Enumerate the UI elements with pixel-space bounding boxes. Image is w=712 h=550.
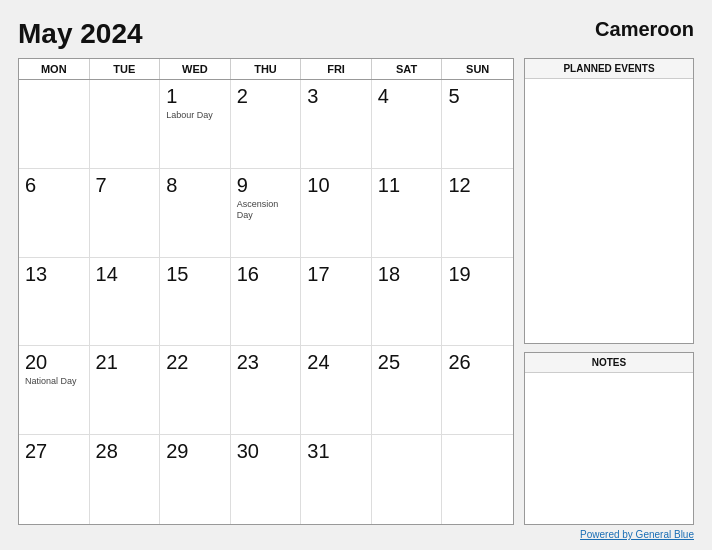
day-number: 3	[307, 84, 365, 108]
day-number: 19	[448, 262, 507, 286]
cal-cell: 29	[160, 435, 231, 524]
day-header-thu: THU	[231, 59, 302, 79]
sidebar: PLANNED EVENTS NOTES	[524, 58, 694, 525]
cal-cell: 4	[372, 80, 443, 169]
cal-cell: 9Ascension Day	[231, 169, 302, 258]
cal-cell: 3	[301, 80, 372, 169]
day-header-sat: SAT	[372, 59, 443, 79]
cal-cell: 31	[301, 435, 372, 524]
day-number: 28	[96, 439, 154, 463]
cal-cell: 10	[301, 169, 372, 258]
day-number: 15	[166, 262, 224, 286]
day-number: 14	[96, 262, 154, 286]
day-number: 29	[166, 439, 224, 463]
day-number: 7	[96, 173, 154, 197]
cal-cell: 27	[19, 435, 90, 524]
day-header-tue: TUE	[90, 59, 161, 79]
day-number: 13	[25, 262, 83, 286]
powered-by-link[interactable]: Powered by General Blue	[580, 529, 694, 540]
day-number: 9	[237, 173, 295, 197]
cal-cell: 7	[90, 169, 161, 258]
day-number: 17	[307, 262, 365, 286]
cal-cell	[372, 435, 443, 524]
cal-cell: 24	[301, 346, 372, 435]
cal-cell: 20National Day	[19, 346, 90, 435]
day-number: 4	[378, 84, 436, 108]
cal-cell: 8	[160, 169, 231, 258]
cal-cell: 25	[372, 346, 443, 435]
day-number: 27	[25, 439, 83, 463]
cal-cell: 15	[160, 258, 231, 347]
day-number: 20	[25, 350, 83, 374]
holiday-label: Ascension Day	[237, 199, 295, 221]
cal-cell: 5	[442, 80, 513, 169]
cal-cell: 23	[231, 346, 302, 435]
day-number: 16	[237, 262, 295, 286]
cal-cell: 19	[442, 258, 513, 347]
day-number: 2	[237, 84, 295, 108]
day-number: 11	[378, 173, 436, 197]
holiday-label: National Day	[25, 376, 83, 387]
day-number: 18	[378, 262, 436, 286]
day-number: 31	[307, 439, 365, 463]
cal-cell	[90, 80, 161, 169]
month-title: May 2024	[18, 18, 143, 50]
cal-cell	[19, 80, 90, 169]
cal-cell: 26	[442, 346, 513, 435]
calendar-body: 1Labour Day23456789Ascension Day10111213…	[19, 80, 513, 524]
cal-cell: 30	[231, 435, 302, 524]
cal-cell	[442, 435, 513, 524]
day-number: 26	[448, 350, 507, 374]
holiday-label: Labour Day	[166, 110, 224, 121]
day-number: 10	[307, 173, 365, 197]
day-number: 6	[25, 173, 83, 197]
notes-content	[525, 373, 693, 524]
day-number: 25	[378, 350, 436, 374]
day-number: 22	[166, 350, 224, 374]
country-title: Cameroon	[595, 18, 694, 41]
cal-cell: 21	[90, 346, 161, 435]
day-number: 24	[307, 350, 365, 374]
day-number: 12	[448, 173, 507, 197]
cal-cell: 16	[231, 258, 302, 347]
day-header-fri: FRI	[301, 59, 372, 79]
header: May 2024 Cameroon	[18, 18, 694, 50]
cal-cell: 14	[90, 258, 161, 347]
day-number: 8	[166, 173, 224, 197]
main-area: MONTUEWEDTHUFRISATSUN 1Labour Day2345678…	[18, 58, 694, 525]
notes-title: NOTES	[525, 353, 693, 373]
notes-box: NOTES	[524, 352, 694, 525]
day-number: 5	[448, 84, 507, 108]
planned-events-title: PLANNED EVENTS	[525, 59, 693, 79]
powered-by: Powered by General Blue	[18, 529, 694, 540]
cal-cell: 11	[372, 169, 443, 258]
day-header-wed: WED	[160, 59, 231, 79]
cal-cell: 17	[301, 258, 372, 347]
day-number: 1	[166, 84, 224, 108]
cal-cell: 13	[19, 258, 90, 347]
day-header-sun: SUN	[442, 59, 513, 79]
day-number: 21	[96, 350, 154, 374]
cal-cell: 12	[442, 169, 513, 258]
cal-cell: 6	[19, 169, 90, 258]
day-number: 30	[237, 439, 295, 463]
planned-events-box: PLANNED EVENTS	[524, 58, 694, 344]
planned-events-content	[525, 79, 693, 343]
calendar-page: May 2024 Cameroon MONTUEWEDTHUFRISATSUN …	[0, 0, 712, 550]
cal-cell: 28	[90, 435, 161, 524]
cal-cell: 2	[231, 80, 302, 169]
day-number: 23	[237, 350, 295, 374]
cal-cell: 1Labour Day	[160, 80, 231, 169]
cal-cell: 18	[372, 258, 443, 347]
calendar-header: MONTUEWEDTHUFRISATSUN	[19, 59, 513, 80]
calendar: MONTUEWEDTHUFRISATSUN 1Labour Day2345678…	[18, 58, 514, 525]
day-header-mon: MON	[19, 59, 90, 79]
cal-cell: 22	[160, 346, 231, 435]
